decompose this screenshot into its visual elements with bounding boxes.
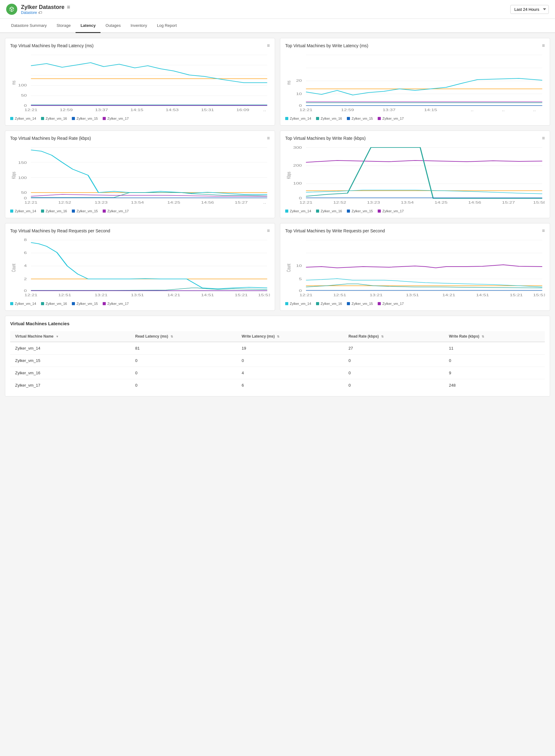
write-requests-menu[interactable]: ≡ [542,228,545,233]
nav-item-datastore-summary[interactable]: Datastore Summary [6,19,52,33]
write-rate-title: Top Virtual Machines by Write Rate (kbps… [285,136,366,141]
legend-label-vm16: Zylker_vm_16 [46,117,67,120]
read-rate-chart-area: 0 50 100 150 Kbps [10,145,270,206]
time-selector[interactable]: Last 24 Hours Last 1 Hour Last 6 Hours L… [510,5,549,14]
svg-text:150: 150 [18,161,27,165]
svg-text:12:21: 12:21 [299,108,312,112]
col-read-latency[interactable]: Read Latency (ms) ⇅ [130,331,237,342]
rr-legend-vm16: Zylker_vm_16 [41,209,67,213]
svg-text:12:59: 12:59 [60,108,73,112]
svg-text:12:51: 12:51 [58,293,71,297]
write-latency-chart-header: Top Virtual Machines by Write Latency (m… [285,43,545,48]
svg-text:14:53: 14:53 [166,108,178,112]
write-latency-chart-area: 0 10 20 ms 12:21 1 [285,52,545,114]
svg-text:Count: Count [286,264,291,272]
nav-item-storage[interactable]: Storage [52,19,76,33]
cell-read-latency: 0 [130,367,237,379]
nav-item-inventory[interactable]: Inventory [126,19,152,33]
charts-grid: Top Virtual Machines by Read Latency (ms… [5,38,550,311]
svg-text:8: 8 [24,238,27,242]
svg-text:14:15: 14:15 [130,108,143,112]
read-latency-title: Top Virtual Machines by Read Latency (ms… [10,43,94,48]
svg-text:..: .. [263,108,266,112]
write-latency-menu[interactable]: ≡ [542,43,545,48]
legend-dot-vm15 [72,117,75,120]
svg-text:100: 100 [18,84,27,87]
write-rate-chart-area: 0 100 200 300 Kbps [285,145,545,206]
svg-text:12:51: 12:51 [333,293,346,297]
reqw-legend-vm14: Zylker_vm_14 [285,302,311,306]
svg-text:20: 20 [296,79,302,83]
svg-text:13:54: 13:54 [401,201,414,205]
write-rate-menu[interactable]: ≡ [542,136,545,141]
time-selector-wrapper[interactable]: Last 24 Hours Last 1 Hour Last 6 Hours L… [510,5,549,14]
legend-label-vm14: Zylker_vm_14 [15,117,36,120]
table-title: Virtual Machines Latencies [10,321,545,326]
table-row: Zylker_vm_15 0 0 0 0 [10,355,545,367]
cell-write-rate: 11 [444,342,545,355]
read-latency-legend: Zylker_vm_14 Zylker_vm_16 Zylker_vm_15 Z… [10,117,270,120]
read-requests-title: Top Virtual Machines by Read Requests pe… [10,228,110,233]
legend-label-vm15: Zylker_vm_15 [77,117,98,120]
svg-text:12:21: 12:21 [25,108,37,112]
wr-legend-vm17: Zylker_vm_17 [378,209,403,213]
table-row: Zylker_vm_17 0 6 0 248 [10,379,545,392]
read-latency-menu[interactable]: ≡ [267,43,270,48]
rr-legend-vm17: Zylker_vm_17 [103,209,129,213]
reqr-legend-vm16: Zylker_vm_16 [41,302,67,306]
svg-text:0: 0 [299,289,302,293]
col-read-rate[interactable]: Read Rate (kbps) ⇅ [343,331,444,342]
cell-read-rate: 27 [343,342,444,355]
read-rate-menu[interactable]: ≡ [267,136,270,141]
svg-text:15:27: 15:27 [502,201,515,205]
app-title-section: Zylker Datastore ≡ Datastore 🏷 [21,4,70,15]
write-rate-chart-header: Top Virtual Machines by Write Rate (kbps… [285,136,545,141]
col-write-rate[interactable]: Write Rate (kbps) ⇅ [444,331,545,342]
cell-write-latency: 0 [237,355,343,367]
cell-read-rate: 0 [343,367,444,379]
nav-item-log-report[interactable]: Log Report [152,19,182,33]
svg-text:100: 100 [18,176,27,180]
rr-legend-vm14: Zylker_vm_14 [10,209,36,213]
cell-write-rate: 248 [444,379,545,392]
svg-text:5: 5 [299,277,302,281]
svg-text:13:51: 13:51 [406,293,419,297]
write-requests-chart-header: Top Virtual Machines by Write Requests p… [285,228,545,233]
table-head: Virtual Machine Name ▼ Read Latency (ms)… [10,331,545,342]
nav-item-latency[interactable]: Latency [76,19,100,33]
svg-text:12:59: 12:59 [341,108,354,112]
svg-text:0: 0 [24,104,27,108]
read-requests-chart-area: 0 2 4 6 8 Count [10,237,270,299]
read-rate-chart-card: Top Virtual Machines by Read Rate (kbps)… [5,130,275,218]
svg-text:..: .. [471,108,474,112]
svg-text:12:21: 12:21 [299,201,312,205]
nav-item-outages[interactable]: Outages [100,19,126,33]
header-left: Zylker Datastore ≡ Datastore 🏷 [6,4,70,15]
svg-text:0: 0 [299,197,302,200]
read-rate-title: Top Virtual Machines by Read Rate (kbps) [10,136,91,141]
sort-icon-rr: ⇅ [381,335,384,338]
svg-text:16:09: 16:09 [236,108,249,112]
hamburger-icon[interactable]: ≡ [67,4,70,10]
svg-text:..: .. [533,108,536,112]
table-row: Zylker_vm_16 0 4 0 9 [10,367,545,379]
svg-text:12:21: 12:21 [25,293,37,297]
svg-text:15:21: 15:21 [234,293,248,297]
reqw-legend-vm17: Zylker_vm_17 [378,302,403,306]
svg-text:ms: ms [10,81,16,85]
read-req-legend: Zylker_vm_14 Zylker_vm_16 Zylker_vm_15 Z… [10,302,270,306]
write-rate-svg: 0 100 200 300 Kbps [285,145,545,206]
col-write-latency[interactable]: Write Latency (ms) ⇅ [237,331,343,342]
svg-text:Kbps: Kbps [286,172,291,179]
read-requests-menu[interactable]: ≡ [267,228,270,233]
wr-legend-vm15: Zylker_vm_15 [347,209,373,213]
read-requests-chart-card: Top Virtual Machines by Read Requests pe… [5,223,275,311]
col-vm-name[interactable]: Virtual Machine Name ▼ [10,331,130,342]
subtitle-link[interactable]: Datastore [21,10,37,15]
svg-text:13:23: 13:23 [367,201,380,205]
legend-dot-vm16 [41,117,44,120]
app-name-text: Zylker Datastore [21,4,65,10]
svg-text:15:21: 15:21 [510,293,523,297]
svg-text:14:21: 14:21 [442,293,455,297]
sort-icon-name: ▼ [56,335,59,338]
